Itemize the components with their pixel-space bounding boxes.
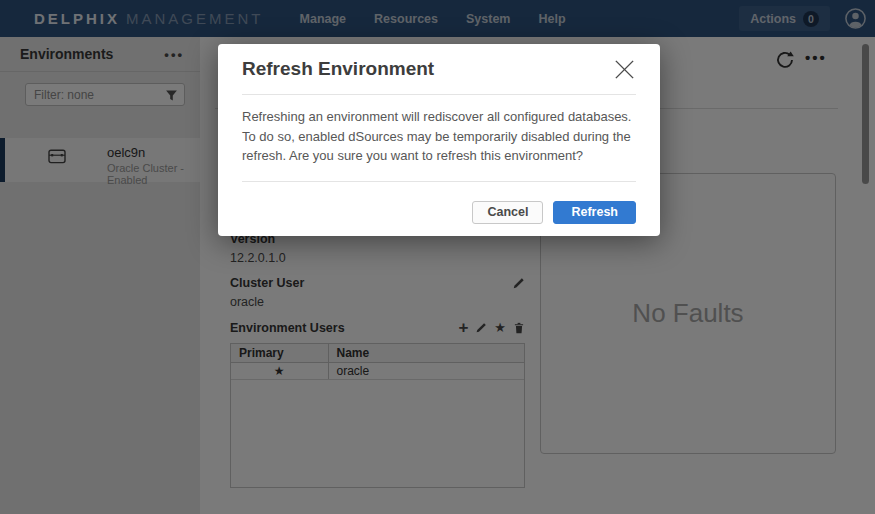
app-window: DELPHIX MANAGEMENT Manage Resources Syst…: [0, 0, 875, 514]
dialog-title: Refresh Environment: [242, 58, 434, 80]
refresh-button[interactable]: Refresh: [553, 201, 636, 224]
cancel-button[interactable]: Cancel: [472, 201, 543, 224]
refresh-environment-dialog: Refresh Environment Refreshing an enviro…: [218, 44, 660, 236]
close-icon[interactable]: [613, 58, 636, 81]
dialog-message: Refreshing an environment will rediscove…: [218, 95, 660, 166]
